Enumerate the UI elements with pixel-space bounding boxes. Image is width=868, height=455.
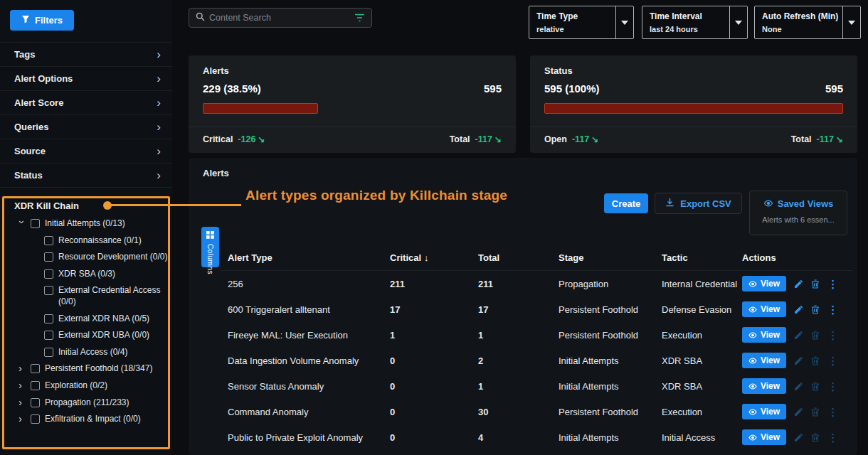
saved-views-card[interactable]: Saved Views Alerts with 6 essen... bbox=[749, 191, 847, 235]
edit-icon[interactable] bbox=[794, 331, 803, 340]
cell-stage: Persistent Foothold bbox=[559, 330, 662, 341]
chevron-right-icon: › bbox=[157, 169, 161, 181]
header-actions: Actions bbox=[742, 252, 852, 263]
tree-item-exfiltration-impact[interactable]: › Exfiltration & Impact (0/0) bbox=[0, 411, 172, 428]
chevron-down-icon[interactable]: › bbox=[17, 220, 27, 228]
time-type-dropdown[interactable]: Time Type relative bbox=[529, 6, 634, 39]
delete-icon[interactable] bbox=[811, 305, 820, 314]
tree-item-external-credential-access[interactable]: External Credential Access (0/0) bbox=[0, 282, 172, 310]
chevron-right-icon[interactable]: › bbox=[18, 414, 26, 424]
cell-critical: 0 bbox=[390, 407, 478, 417]
kebab-menu-icon[interactable]: ⋮ bbox=[827, 330, 838, 341]
delete-icon[interactable] bbox=[811, 407, 820, 417]
chevron-right-icon[interactable]: › bbox=[18, 380, 26, 390]
tree-item-resource-development[interactable]: Resource Development (0/0) bbox=[0, 249, 172, 266]
kebab-menu-icon[interactable]: ⋮ bbox=[827, 407, 838, 417]
kebab-menu-icon[interactable]: ⋮ bbox=[827, 304, 838, 315]
edit-icon[interactable] bbox=[794, 279, 803, 289]
checkbox[interactable] bbox=[44, 331, 53, 340]
header-total[interactable]: Total bbox=[478, 252, 559, 263]
tree-item-initial-access[interactable]: Initial Access (0/4) bbox=[0, 344, 172, 361]
sidebar-item-source[interactable]: Source › bbox=[0, 139, 172, 164]
tree-item-propagation[interactable]: › Propagation (211/233) bbox=[0, 395, 172, 412]
view-button[interactable]: View bbox=[742, 429, 786, 445]
kebab-menu-icon[interactable]: ⋮ bbox=[827, 381, 838, 392]
edit-icon[interactable] bbox=[794, 356, 803, 365]
dropdown-value: last 24 hours bbox=[650, 25, 740, 33]
cell-tactic: Initial Access bbox=[662, 432, 742, 443]
chevron-right-icon[interactable]: › bbox=[18, 397, 26, 407]
sidebar-item-queries[interactable]: Queries › bbox=[0, 115, 172, 139]
edit-icon[interactable] bbox=[794, 305, 803, 314]
status-summary-card: Status 595 (100%) 595 Open-117↘ Total-11… bbox=[530, 55, 857, 153]
sidebar-item-label: Tags bbox=[14, 49, 35, 60]
dropdown-value: None bbox=[762, 25, 853, 33]
sidebar-item-status[interactable]: Status › bbox=[0, 164, 172, 188]
cell-stage: Propagation bbox=[559, 279, 662, 289]
view-button[interactable]: View bbox=[742, 353, 786, 368]
tree-item-persistent-foothold[interactable]: › Persistent Foothold (18/347) bbox=[0, 360, 172, 378]
edit-icon[interactable] bbox=[794, 433, 803, 442]
sidebar-item-tags[interactable]: Tags › bbox=[0, 43, 172, 67]
tree-item-exploration[interactable]: › Exploration (0/2) bbox=[0, 378, 172, 395]
alerts-heading: Alerts bbox=[203, 168, 229, 178]
checkbox[interactable] bbox=[44, 236, 53, 245]
edit-icon[interactable] bbox=[794, 382, 803, 391]
tree-item-reconnaissance[interactable]: Reconnaissance (0/1) bbox=[0, 232, 172, 250]
view-button[interactable]: View bbox=[742, 276, 786, 291]
cell-stage: Persistent Foothold bbox=[559, 407, 662, 417]
checkbox[interactable] bbox=[31, 219, 40, 228]
checkbox[interactable] bbox=[44, 286, 53, 295]
header-stage[interactable]: Stage bbox=[559, 252, 662, 263]
checkbox[interactable] bbox=[31, 414, 40, 424]
header-alert-type[interactable]: Alert Type bbox=[228, 252, 390, 263]
delete-icon[interactable] bbox=[811, 433, 820, 442]
create-button[interactable]: Create bbox=[604, 193, 648, 213]
export-csv-button[interactable]: Export CSV bbox=[655, 193, 742, 214]
delete-icon[interactable] bbox=[811, 382, 820, 391]
sidebar-item-alert-score[interactable]: Alert Score › bbox=[0, 91, 172, 115]
tree-item-initial-attempts[interactable]: › Initial Attempts (0/13) bbox=[0, 215, 172, 232]
delete-icon[interactable] bbox=[811, 356, 820, 365]
header-critical[interactable]: Critical↓ bbox=[390, 252, 478, 263]
table-row: Sensor Status Anomaly 0 1 Initial Attemp… bbox=[221, 373, 852, 399]
time-interval-dropdown[interactable]: Time Interval last 24 hours bbox=[642, 6, 748, 39]
card-title: Status bbox=[544, 65, 843, 76]
edit-icon[interactable] bbox=[794, 407, 803, 417]
cell-tactic: Defense Evasion bbox=[662, 304, 742, 315]
header-tactic[interactable]: Tactic bbox=[662, 252, 742, 263]
search-icon bbox=[196, 11, 205, 24]
checkbox[interactable] bbox=[31, 398, 40, 407]
advanced-search-icon[interactable] bbox=[354, 14, 365, 22]
footer-left-delta: -117 bbox=[572, 134, 589, 144]
view-button[interactable]: View bbox=[742, 378, 786, 394]
checkbox[interactable] bbox=[44, 252, 53, 262]
kebab-menu-icon[interactable]: ⋮ bbox=[827, 432, 838, 443]
delete-icon[interactable] bbox=[811, 279, 820, 289]
view-button[interactable]: View bbox=[742, 404, 786, 419]
checkbox[interactable] bbox=[44, 314, 53, 323]
caret-down-icon bbox=[842, 6, 860, 38]
kebab-menu-icon[interactable]: ⋮ bbox=[827, 279, 838, 289]
chevron-right-icon[interactable]: › bbox=[18, 363, 26, 373]
tree-item-xdr-sba[interactable]: XDR SBA (0/3) bbox=[0, 266, 172, 283]
kebab-menu-icon[interactable]: ⋮ bbox=[827, 355, 838, 366]
search-input[interactable] bbox=[209, 13, 350, 23]
checkbox[interactable] bbox=[44, 269, 53, 279]
checkbox[interactable] bbox=[31, 381, 40, 390]
checkbox[interactable] bbox=[44, 348, 53, 357]
delete-icon[interactable] bbox=[811, 331, 820, 340]
footer-left-label: Critical bbox=[203, 134, 233, 144]
auto-refresh-dropdown[interactable]: Auto Refresh (Min) None bbox=[754, 6, 861, 39]
view-button[interactable]: View bbox=[742, 301, 786, 317]
columns-button[interactable]: Columns bbox=[201, 227, 219, 267]
checkbox[interactable] bbox=[31, 364, 40, 373]
cell-total: 1 bbox=[478, 330, 559, 341]
columns-button-label: Columns bbox=[206, 244, 214, 274]
chevron-right-icon: › bbox=[157, 73, 161, 85]
tree-item-external-xdr-uba[interactable]: External XDR UBA (0/0) bbox=[0, 327, 172, 344]
view-button[interactable]: View bbox=[742, 327, 786, 343]
filters-button[interactable]: Filters bbox=[10, 10, 74, 31]
tree-item-external-xdr-nba[interactable]: External XDR NBA (0/5) bbox=[0, 311, 172, 328]
sidebar-item-alert-options[interactable]: Alert Options › bbox=[0, 67, 172, 91]
